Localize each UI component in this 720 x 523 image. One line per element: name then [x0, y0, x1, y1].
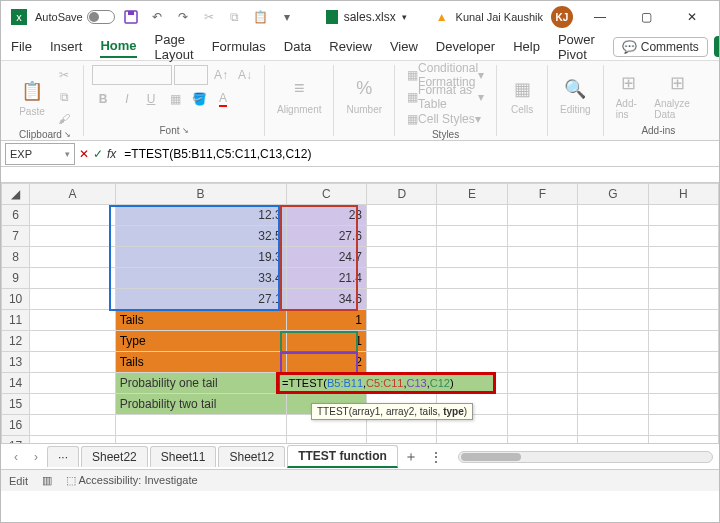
- workbook-stats-icon[interactable]: ▥: [42, 474, 52, 487]
- qat-dropdown-icon[interactable]: ▾: [277, 7, 297, 27]
- add-sheet-button[interactable]: ＋: [400, 448, 422, 466]
- cancel-formula-icon[interactable]: ✕: [79, 147, 89, 161]
- cell[interactable]: [507, 226, 577, 247]
- cell[interactable]: Probability two tail: [115, 394, 286, 415]
- italic-button[interactable]: I: [116, 89, 138, 109]
- analyze-button[interactable]: ⊞Analyze Data: [650, 68, 705, 122]
- cell[interactable]: 12.3: [115, 205, 286, 226]
- cell[interactable]: [367, 310, 437, 331]
- select-all-corner[interactable]: ◢: [2, 184, 30, 205]
- dialog-launcher-icon[interactable]: ↘: [182, 126, 189, 135]
- cell[interactable]: [507, 373, 577, 394]
- format-table-button[interactable]: ▦ Format as Table ▾: [403, 87, 488, 107]
- col-header[interactable]: E: [437, 184, 507, 205]
- cell[interactable]: [648, 205, 718, 226]
- col-header[interactable]: B: [115, 184, 286, 205]
- cell[interactable]: [30, 247, 115, 268]
- row-header[interactable]: 8: [2, 247, 30, 268]
- cell[interactable]: [578, 352, 648, 373]
- cell[interactable]: 1: [286, 331, 366, 352]
- cell[interactable]: [437, 268, 507, 289]
- col-header[interactable]: C: [286, 184, 366, 205]
- cell[interactable]: [507, 247, 577, 268]
- cell[interactable]: [30, 373, 115, 394]
- cell[interactable]: [648, 310, 718, 331]
- cut-icon[interactable]: ✂: [199, 7, 219, 27]
- cell[interactable]: [648, 373, 718, 394]
- minimize-button[interactable]: ―: [581, 3, 619, 31]
- paste-icon[interactable]: 📋: [251, 7, 271, 27]
- underline-button[interactable]: U: [140, 89, 162, 109]
- formula-tooltip[interactable]: TTEST(array1, array2, tails, type): [311, 403, 473, 420]
- row-header[interactable]: 16: [2, 415, 30, 436]
- sheet-tab[interactable]: Sheet12: [218, 446, 285, 467]
- cell[interactable]: [437, 289, 507, 310]
- conditional-formatting-button[interactable]: ▦ Conditional Formatting ▾: [403, 65, 488, 85]
- cell[interactable]: [578, 268, 648, 289]
- font-color-button[interactable]: A: [212, 89, 234, 109]
- font-size-input[interactable]: [174, 65, 208, 85]
- cell[interactable]: [437, 352, 507, 373]
- row-header[interactable]: 11: [2, 310, 30, 331]
- fill-color-button[interactable]: 🪣: [188, 89, 210, 109]
- editing-button[interactable]: 🔍Editing: [556, 74, 595, 117]
- filename-area[interactable]: sales.xlsx ▾: [305, 10, 428, 24]
- tab-nav-next-icon[interactable]: ›: [27, 450, 45, 464]
- tab-power-pivot[interactable]: Power Pivot: [558, 29, 595, 65]
- cell[interactable]: [30, 415, 115, 436]
- cells-button[interactable]: ▦Cells: [505, 74, 539, 117]
- col-header[interactable]: G: [578, 184, 648, 205]
- formula-input[interactable]: [120, 143, 713, 165]
- cell[interactable]: [578, 247, 648, 268]
- cell[interactable]: Tails: [115, 310, 286, 331]
- cell[interactable]: [367, 352, 437, 373]
- col-header[interactable]: H: [648, 184, 718, 205]
- row-header[interactable]: 17: [2, 436, 30, 444]
- tab-options-icon[interactable]: ⋮: [424, 450, 448, 464]
- cell[interactable]: [507, 268, 577, 289]
- sheet-tab-more[interactable]: ···: [47, 446, 79, 467]
- accessibility-status[interactable]: ⬚ Accessibility: Investigate: [66, 474, 198, 487]
- cell[interactable]: [437, 331, 507, 352]
- cell[interactable]: [507, 415, 577, 436]
- cell[interactable]: [648, 331, 718, 352]
- cell[interactable]: [286, 436, 366, 444]
- save-icon[interactable]: [121, 7, 141, 27]
- fx-icon[interactable]: fx: [107, 147, 116, 161]
- cell[interactable]: [507, 394, 577, 415]
- cell[interactable]: [437, 226, 507, 247]
- row-header[interactable]: 6: [2, 205, 30, 226]
- cell[interactable]: [367, 289, 437, 310]
- row-header[interactable]: 9: [2, 268, 30, 289]
- cell[interactable]: 23: [286, 205, 366, 226]
- cell[interactable]: [30, 310, 115, 331]
- cell[interactable]: [115, 436, 286, 444]
- decrease-font-icon[interactable]: A↓: [234, 65, 256, 85]
- tab-nav-prev-icon[interactable]: ‹: [7, 450, 25, 464]
- tab-home[interactable]: Home: [100, 35, 136, 58]
- cell[interactable]: 24.7: [286, 247, 366, 268]
- row-header[interactable]: 7: [2, 226, 30, 247]
- copy-button[interactable]: ⧉: [53, 87, 75, 107]
- cell[interactable]: [578, 205, 648, 226]
- cell[interactable]: 32.5: [115, 226, 286, 247]
- col-header[interactable]: D: [367, 184, 437, 205]
- cell[interactable]: 34.6: [286, 289, 366, 310]
- cell[interactable]: [578, 226, 648, 247]
- cell[interactable]: Probability one tail: [115, 373, 286, 394]
- row-header[interactable]: 10: [2, 289, 30, 310]
- cell[interactable]: [367, 226, 437, 247]
- cell[interactable]: [367, 268, 437, 289]
- cell[interactable]: [30, 289, 115, 310]
- user-avatar[interactable]: KJ: [551, 6, 573, 28]
- enter-formula-icon[interactable]: ✓: [93, 147, 103, 161]
- cell[interactable]: 27.1: [115, 289, 286, 310]
- cell[interactable]: [578, 436, 648, 444]
- cell-styles-button[interactable]: ▦ Cell Styles ▾: [403, 109, 485, 129]
- cell[interactable]: [437, 205, 507, 226]
- tab-review[interactable]: Review: [329, 36, 372, 57]
- cell[interactable]: [507, 352, 577, 373]
- cell[interactable]: [437, 247, 507, 268]
- cell[interactable]: [648, 289, 718, 310]
- cell[interactable]: [367, 247, 437, 268]
